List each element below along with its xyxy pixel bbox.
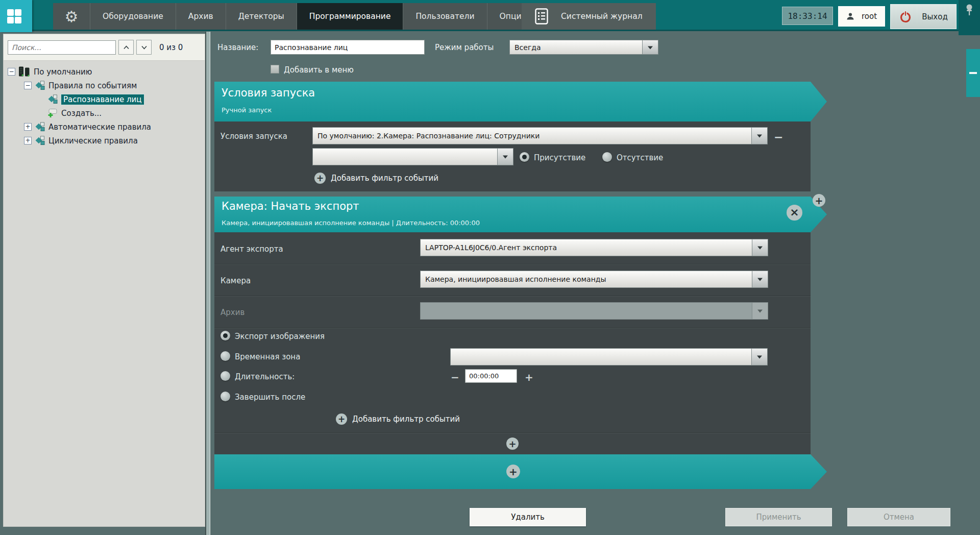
main-tab-bar: ⚙ Оборудование Архив Детекторы Программи… (53, 3, 540, 30)
remove-condition-button[interactable]: − (774, 132, 783, 143)
search-prev-button[interactable] (118, 40, 134, 55)
expand-toggle[interactable]: + (24, 123, 32, 131)
tab-detectors[interactable]: Детекторы (226, 3, 297, 30)
condition-select[interactable]: По умолчанию: 2.Камера: Распознавание ли… (312, 127, 768, 144)
create-icon (47, 108, 58, 118)
tree-item-cyclic-rules[interactable]: + Циклические правила (4, 134, 205, 148)
duration-decrease-button[interactable]: − (451, 372, 459, 382)
search-area: 0 из 0 (4, 34, 205, 61)
apply-button[interactable]: Применить (725, 508, 832, 526)
tree-item-create-rule[interactable]: Создать... (4, 106, 205, 120)
chevron-down-icon (141, 45, 147, 50)
add-action-branch-button[interactable] (813, 194, 825, 207)
camera-select-value[interactable]: Камера, инициировавшая исполнение команд… (420, 271, 752, 288)
duration-increase-button[interactable]: + (525, 372, 533, 382)
mode-select[interactable]: Всегда (509, 40, 658, 55)
tab-programming[interactable]: Программирование (297, 3, 404, 30)
pin-panel-button[interactable] (959, 0, 980, 35)
user-icon (846, 12, 854, 20)
chevron-down-icon[interactable] (751, 127, 768, 144)
chevron-down-icon[interactable] (497, 148, 513, 165)
tree-item-default-server[interactable]: − По умолчанию (4, 65, 205, 79)
logout-button[interactable]: Выход (890, 4, 957, 29)
time-zone-select[interactable] (450, 348, 768, 366)
tab-label: Оборудование (103, 12, 163, 21)
chevron-down-icon[interactable] (752, 271, 768, 288)
row-divider (214, 432, 811, 433)
absence-radio[interactable] (602, 152, 612, 162)
condition-select-value[interactable]: По умолчанию: 2.Камера: Распознавание ли… (312, 127, 751, 144)
tree-label-selected[interactable]: Распознавание лиц (61, 94, 144, 105)
conditions-banner: Условия запуска Ручной запуск (214, 82, 827, 121)
delete-button[interactable]: Удалить (470, 508, 586, 526)
absence-label: Отсутствие (617, 153, 663, 162)
duration-input[interactable] (465, 369, 517, 383)
export-agent-value[interactable]: LAPTOP-A1L6J0C6/0.Агент экспорта (420, 239, 752, 256)
add-rule-button[interactable] (506, 465, 520, 478)
search-match-counter: 0 из 0 (159, 43, 183, 52)
tree-label[interactable]: Создать... (61, 109, 102, 118)
duration-label: Длительность: (235, 372, 295, 381)
chevron-down-icon[interactable] (642, 40, 658, 55)
tab-label: Пользователи (415, 12, 474, 21)
add-event-filter-link[interactable]: Добавить фильтр событий (352, 415, 460, 424)
action-section: Агент экспорта LAPTOP-A1L6J0C6/0.Агент э… (214, 232, 811, 454)
add-rule-banner (214, 454, 827, 489)
settings-tab[interactable]: ⚙ (53, 3, 90, 30)
tree-label[interactable]: Циклические правила (48, 136, 138, 145)
delete-label: Удалить (511, 513, 545, 522)
collapse-toggle[interactable]: − (8, 68, 15, 76)
add-to-menu-checkbox[interactable] (271, 65, 279, 74)
add-event-filter-icon[interactable] (314, 173, 326, 184)
minus-icon (969, 72, 977, 74)
tree-label[interactable]: Автоматические правила (48, 123, 151, 132)
power-icon (899, 10, 912, 23)
tab-label: Программирование (309, 12, 391, 21)
panel-splitter[interactable] (205, 32, 210, 535)
collapse-panel-button[interactable] (966, 49, 980, 97)
export-agent-select[interactable]: LAPTOP-A1L6J0C6/0.Агент экспорта (420, 239, 768, 256)
time-zone-radio[interactable] (220, 351, 230, 361)
grid-logo-icon (6, 8, 22, 25)
archive-label: Архив (220, 308, 244, 317)
add-event-filter-link[interactable]: Добавить фильтр событий (331, 174, 438, 183)
app-logo[interactable] (0, 0, 32, 32)
tab-users[interactable]: Пользователи (403, 3, 487, 30)
add-event-filter-icon[interactable] (336, 414, 347, 425)
current-user-button[interactable]: root (838, 6, 885, 27)
conditions-subtitle: Ручной запуск (222, 106, 272, 114)
presence-radio[interactable] (520, 152, 529, 162)
finish-after-radio[interactable] (220, 392, 230, 401)
search-next-button[interactable] (136, 40, 152, 55)
system-journal-button[interactable]: Системный журнал (522, 3, 656, 30)
tree-item-face-recognition[interactable]: Распознавание лиц (4, 92, 205, 106)
tree-label[interactable]: По умолчанию (34, 67, 92, 77)
rule-name-input[interactable] (271, 40, 425, 55)
tab-archive[interactable]: Архив (176, 3, 226, 30)
cancel-button[interactable]: Отмена (847, 508, 950, 526)
presence-label: Присутствие (534, 153, 585, 162)
time-zone-select-value[interactable] (450, 348, 751, 366)
expand-toggle[interactable]: + (24, 137, 32, 144)
export-image-radio[interactable] (220, 331, 230, 341)
tab-label: Архив (188, 12, 213, 21)
new-condition-select-value[interactable] (312, 148, 497, 165)
tree-label[interactable]: Правила по событиям (48, 81, 137, 90)
add-action-button[interactable] (506, 437, 519, 450)
chevron-down-icon[interactable] (751, 348, 768, 366)
tab-equipment[interactable]: Оборудование (90, 3, 176, 30)
rule-icon (47, 94, 58, 104)
collapse-toggle[interactable]: − (24, 82, 32, 89)
mode-select-value[interactable]: Всегда (509, 40, 642, 55)
pin-icon (964, 3, 974, 35)
search-input[interactable] (8, 40, 116, 55)
chevron-down-icon[interactable] (752, 239, 768, 256)
remove-action-button[interactable] (787, 205, 802, 221)
tree-item-automatic-rules[interactable]: + Автоматические правила (4, 120, 205, 134)
rule-icon (35, 136, 45, 145)
duration-radio[interactable] (220, 371, 230, 381)
camera-select[interactable]: Камера, инициировавшая исполнение команд… (420, 271, 768, 288)
new-condition-select[interactable] (312, 148, 513, 165)
gear-icon: ⚙ (65, 8, 79, 26)
tree-item-event-rules[interactable]: − Правила по событиям (4, 79, 205, 92)
